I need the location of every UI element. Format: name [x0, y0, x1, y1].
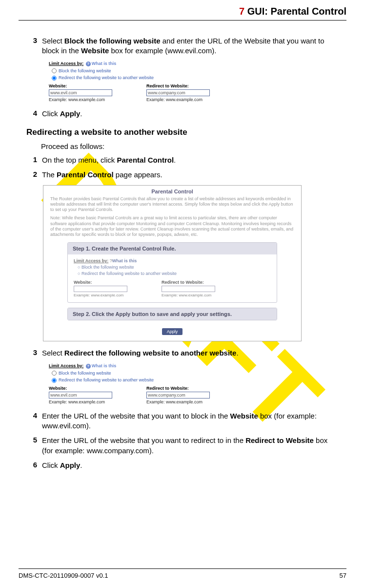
radio-input	[52, 76, 57, 81]
step-text: On the top menu, click Parental Control.	[42, 155, 335, 165]
step-text: The Parental Control page appears.	[42, 170, 335, 180]
step-text: Select Block the following website and e…	[42, 36, 335, 56]
radio-redirect-website: ○ Redirect the following website to anot…	[78, 271, 271, 276]
bold-text: Parental Control	[117, 156, 174, 164]
website-column: Website: Example: www.example.com	[49, 84, 112, 102]
header-rule	[19, 20, 346, 21]
what-is-this-link: What is this	[112, 258, 137, 263]
radio-label: Redirect the following website to anothe…	[59, 378, 154, 382]
step-number: 6	[30, 461, 42, 469]
text: Select	[42, 37, 64, 45]
form-columns: Website: Example: www.example.com Redire…	[49, 386, 273, 404]
step-text: Enter the URL of the website that you wa…	[42, 411, 335, 431]
text: The	[42, 170, 57, 179]
redirect-input	[146, 392, 210, 399]
radio-redirect-website: Redirect the following website to anothe…	[52, 75, 273, 81]
radio-label: Block the following website	[81, 265, 134, 270]
text: Enter the URL of the website that you wa…	[42, 412, 230, 420]
website-example: Example: www.example.com	[49, 97, 112, 102]
step-text: Select Redirect the following website to…	[42, 348, 335, 358]
redirect-example: Example: www.example.com	[162, 293, 215, 297]
redirect-input	[162, 286, 215, 292]
redirect-example: Example: www.example.com	[146, 97, 210, 102]
limit-access-label: Limit Access by:	[74, 258, 108, 263]
text: box for example (www.evil.com).	[109, 46, 216, 55]
limit-access-label: Limit Access by:	[49, 363, 83, 368]
website-label: Website:	[49, 386, 112, 391]
step-number: 4	[30, 411, 42, 420]
bold-text: Website	[230, 412, 258, 420]
text: .	[174, 156, 176, 164]
screenshot-title: Parental Control	[43, 186, 301, 196]
redirect-label: Redirect to Website:	[146, 84, 210, 88]
text: page appears.	[114, 170, 162, 179]
step-number: 3	[30, 348, 42, 357]
redir-step-3: 3 Select Redirect the following website …	[30, 348, 335, 358]
radio-label: Block the following website	[59, 68, 111, 73]
website-label: Website:	[74, 280, 127, 285]
website-example: Example: www.example.com	[49, 399, 112, 404]
website-column: Website: Example: www.example.com	[49, 386, 112, 404]
proceed-text: Proceed as follows:	[41, 142, 335, 150]
step2-panel: Step 2. Click the Apply button to save a…	[67, 308, 277, 320]
website-label: Website:	[49, 84, 112, 88]
step-text: Click Apply.	[42, 109, 335, 119]
text: Click	[42, 461, 60, 469]
what-is-this-link: What is this	[92, 363, 117, 368]
redir-step-2: 2 The Parental Control page appears.	[30, 170, 335, 180]
step-number: 1	[30, 155, 42, 164]
step-number: 4	[30, 109, 42, 117]
website-example: Example: www.example.com	[74, 293, 127, 297]
radio-block-website: ○ Block the following website	[78, 265, 271, 270]
redirect-input	[146, 89, 210, 96]
text: On the top menu, click	[42, 156, 117, 164]
step-text: Click Apply.	[42, 461, 335, 470]
redirect-label: Redirect to Website:	[162, 280, 215, 285]
website-input	[49, 392, 112, 399]
help-icon: ?	[86, 364, 91, 369]
page-number: 57	[340, 572, 346, 579]
parental-control-screenshot: Parental Control The Router provides bas…	[43, 185, 302, 342]
bold-text: Redirect the following website to anothe…	[64, 349, 237, 357]
step1-heading: Step 1. Create the Parental Control Rule…	[68, 243, 277, 254]
step-3: 3 Select Block the following website and…	[30, 36, 335, 56]
limit-access-label: Limit Access by:	[49, 61, 83, 66]
redirect-column: Redirect to Website: Example: www.exampl…	[146, 386, 210, 404]
text: Enter the URL of the website that you wa…	[42, 436, 245, 444]
radio-label: Redirect the following website to anothe…	[81, 271, 177, 276]
redir-step-4: 4 Enter the URL of the website that you …	[30, 411, 335, 431]
help-icon: ?	[86, 62, 91, 66]
redir-step-1: 1 On the top menu, click Parental Contro…	[30, 155, 335, 165]
apply-button: Apply	[162, 328, 183, 335]
what-is-this-link: What is this	[92, 61, 117, 66]
radio-input	[52, 371, 57, 376]
radio-label: Block the following website	[59, 371, 111, 376]
footer-rule	[19, 568, 346, 569]
text: .	[236, 349, 238, 357]
body-content: 3 Select Block the following website and…	[19, 36, 346, 470]
bold-text: Parental Control	[57, 170, 114, 179]
limit-access-figure-2: Limit Access by: ?What is this Block the…	[49, 363, 273, 404]
intro-paragraph-1: The Router provides basic Parental Contr…	[50, 196, 294, 213]
website-input	[74, 286, 127, 292]
redirect-label: Redirect to Website:	[146, 386, 210, 391]
footer-row: DMS-CTC-20110909-0007 v0.1 57	[19, 572, 346, 579]
website-column: Website: Example: www.example.com	[74, 280, 127, 297]
screenshot-intro: The Router provides basic Parental Contr…	[43, 196, 301, 238]
step-text: Enter the URL of the website that you wa…	[42, 436, 335, 456]
redirect-column: Redirect to Website: Example: www.exampl…	[162, 280, 215, 297]
radio-label: Redirect the following website to anothe…	[59, 75, 154, 80]
radio-redirect-website: Redirect the following website to anothe…	[52, 378, 273, 383]
text: .	[80, 109, 82, 118]
chapter-number: 7	[239, 6, 244, 17]
text: Click	[42, 109, 60, 118]
text: .	[80, 461, 82, 469]
chapter-title: GUI: Parental Control	[247, 6, 346, 17]
step-4: 4 Click Apply.	[30, 109, 335, 119]
intro-paragraph-2: Note: While these basic Parental Control…	[50, 215, 294, 237]
section-heading-redirecting: Redirecting a website to another website	[26, 127, 335, 137]
radio-input	[52, 378, 57, 383]
step-number: 3	[30, 36, 42, 44]
form-columns: Website: Example: www.example.com Redire…	[74, 280, 271, 297]
redir-step-5: 5 Enter the URL of the website that you …	[30, 436, 335, 456]
